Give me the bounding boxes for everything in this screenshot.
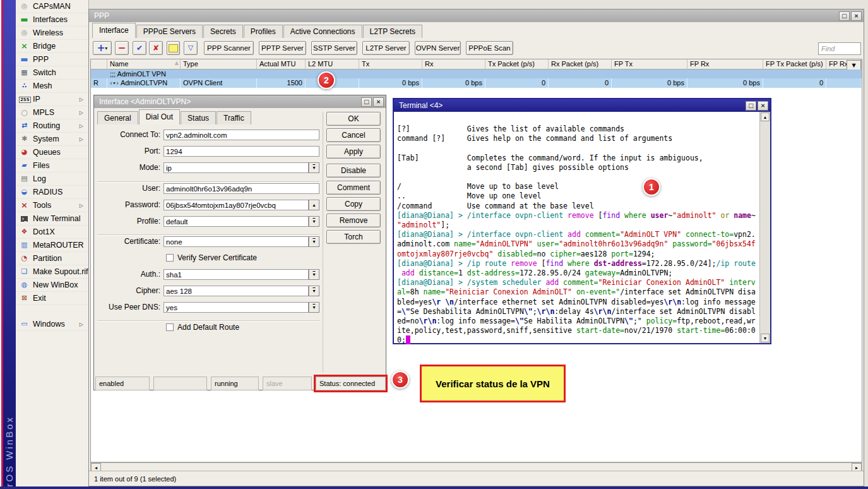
dialog-close-button[interactable]: × [373,97,384,107]
sidebar-item-log[interactable]: Log [16,172,88,186]
column-select-button[interactable]: ▼ [847,60,861,70]
column-header-type[interactable]: Type [181,59,257,69]
ok-button[interactable]: OK [326,112,381,126]
dropdown-icon[interactable] [309,286,319,296]
enable-button[interactable] [133,41,146,55]
tab-interface[interactable]: Interface [92,23,136,38]
terminal-maximize-button[interactable]: □ [746,101,756,111]
column-header-tx_packet[interactable]: Tx Packet (p/s) [485,59,549,69]
comment-button[interactable] [167,41,180,55]
sidebar-item-dot1x[interactable]: Dot1X [16,226,88,239]
sidebar-item-make-supout-rif[interactable]: Make Supout.rif [16,265,88,279]
terminal-titlebar[interactable]: Terminal <4> □ × [394,99,770,112]
connect-to-input[interactable]: vpn2.adminolt.com [163,130,319,140]
dropdown-icon[interactable] [309,302,319,313]
auth-input[interactable]: sha1 [163,269,309,280]
dialog-titlebar[interactable]: Interface <AdminOLTVPN> □ × [94,95,386,108]
dialog-tab-dial-out[interactable]: Dial Out [139,109,180,124]
dropdown-icon[interactable] [309,269,319,280]
column-header-fp_rx[interactable]: FP Rx [687,59,763,69]
sidebar-item-ip[interactable]: IP▷ [16,93,88,106]
port-input[interactable]: 1294 [163,146,319,157]
dialog-tab-status[interactable]: Status [181,111,216,124]
sidebar-item-exit[interactable]: Exit [16,292,88,305]
tab-l2tp-secrets[interactable]: L2TP Secrets [363,25,422,38]
tab-pppoe-servers[interactable]: PPPoE Servers [136,25,203,38]
horizontal-scrollbar[interactable]: ◂ ▸ [90,462,862,471]
checkbox-verify-server-certificate[interactable] [166,254,174,262]
pptp-server-button[interactable]: PPTP Server [259,41,306,55]
column-header-actual_mtu[interactable]: Actual MTU [257,59,306,69]
apply-button[interactable]: Apply [326,145,381,159]
ovpn-server-button[interactable]: OVPN Server [415,41,461,55]
filter-button[interactable] [184,41,198,55]
user-input[interactable]: adminolt0hr6o13v96adq9n [163,183,319,194]
terminal-console[interactable]: [?] Gives the list of available commands… [394,112,770,343]
sidebar-item-metarouter[interactable]: MetaROUTER [16,239,88,252]
disable-button[interactable] [149,41,163,55]
sidebar-item-ppp[interactable]: PPP [16,53,88,66]
sidebar-item-tools[interactable]: Tools▷ [16,199,88,212]
dropdown-icon[interactable] [309,216,319,227]
sidebar-item-bridge[interactable]: Bridge [16,40,88,53]
column-header-flag[interactable] [91,59,107,69]
remove-button[interactable] [115,41,129,55]
tab-active-connections[interactable]: Active Connections [283,25,362,38]
scroll-down-icon[interactable]: ▾ [761,334,770,342]
sidebar-item-capsman[interactable]: CAPsMAN [16,0,88,13]
sidebar-item-interfaces[interactable]: Interfaces [16,13,88,27]
mode-input[interactable]: ip [163,162,309,173]
torch-button[interactable]: Torch [326,230,381,244]
ppp-close-button[interactable]: × [851,11,862,21]
sidebar-item-new-terminal[interactable]: New Terminal [16,212,88,226]
cancel-button[interactable]: Cancel [326,128,381,142]
dropdown-icon[interactable] [309,236,319,247]
comment-row[interactable]: ;;; AdminOLT VPN [91,69,862,78]
column-header-fp_tx[interactable]: FP Tx [612,59,687,69]
l2tp-server-button[interactable]: L2TP Server [362,41,410,55]
pppoe-scan-button[interactable]: PPPoE Scan [466,41,513,55]
sstp-server-button[interactable]: SSTP Server [311,41,357,55]
dialog-maximize-button[interactable]: □ [361,97,372,107]
ppp-maximize-button[interactable]: □ [839,11,850,21]
tab-profiles[interactable]: Profiles [244,25,283,38]
dialog-tab-traffic[interactable]: Traffic [217,111,251,124]
column-header-rx_packet[interactable]: Rx Packet (p/s) [549,59,612,69]
sidebar-item-routing[interactable]: Routing▷ [16,119,88,133]
terminal-close-button[interactable]: × [758,101,768,111]
find-input[interactable] [818,42,861,55]
column-header-tx[interactable]: Tx [359,59,422,69]
spin-up-icon[interactable] [309,200,319,210]
sidebar-item-switch[interactable]: Switch [16,66,88,80]
sidebar-item-new-winbox[interactable]: New WinBox [16,279,88,292]
column-header-fp_tx_packet[interactable]: FP Tx Packet (p/s) [763,59,826,69]
sidebar-item-mesh[interactable]: Mesh [16,80,88,93]
sidebar-item-partition[interactable]: Partition [16,252,88,265]
column-header-rx[interactable]: Rx [422,59,485,69]
dropdown-icon[interactable] [309,162,319,173]
sidebar-item-files[interactable]: Files [16,159,88,172]
certificate-input[interactable]: none [163,236,309,247]
terminal-scrollbar[interactable]: ▴ ▾ [759,112,770,343]
sidebar-item-windows[interactable]: Windows▷ [16,318,88,331]
add-button[interactable] [93,41,112,55]
column-header-name[interactable]: Name▲ [107,59,181,69]
remove-button[interactable]: Remove [326,214,381,227]
disable-button[interactable]: Disable [326,164,381,178]
copy-button[interactable]: Copy [326,197,381,211]
ppp-scanner-button[interactable]: PPP Scanner [204,41,254,55]
sidebar-item-wireless[interactable]: Wireless [16,27,88,40]
checkbox-add-default-route[interactable] [166,323,174,331]
sidebar-item-queues[interactable]: Queues [16,146,88,159]
table-row[interactable]: R‹•›AdminOLTVPNOVPN Client15000 bps0 bps… [91,78,862,88]
ppp-titlebar[interactable]: PPP □ × [89,9,864,22]
comment-button[interactable]: Comment [326,181,381,195]
profile-input[interactable]: default [163,216,309,227]
dialog-tab-general[interactable]: General [97,111,138,124]
sidebar-item-radius[interactable]: RADIUS [16,186,88,199]
scroll-up-icon[interactable]: ▴ [761,112,770,121]
cipher-input[interactable]: aes 128 [163,286,309,296]
sidebar-item-mpls[interactable]: MPLS▷ [16,106,88,119]
column-header-l2_mtu[interactable]: L2 MTU [306,59,359,69]
password-input[interactable]: 06jbsx54fomtojxm1ay807rje0vcbq [163,200,309,210]
